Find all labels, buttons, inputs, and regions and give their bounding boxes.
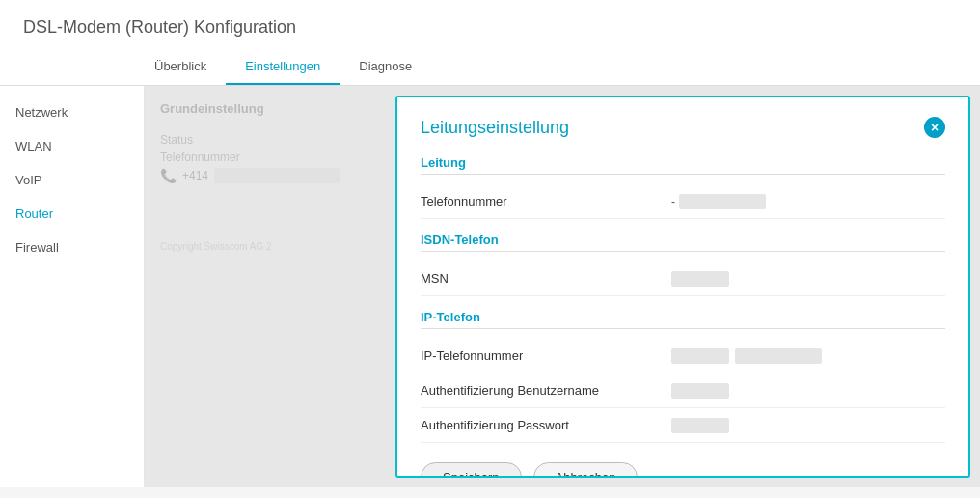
value-telefonnummer: - [671, 194, 945, 209]
section-heading-leitung: Leitung [421, 155, 945, 175]
sidebar-item-router[interactable]: Router [0, 197, 144, 231]
tab-diagnose[interactable]: Diagnose [340, 49, 431, 85]
form-row-ip-telefonnummer: IP-Telefonnummer [421, 339, 945, 374]
tab-bar: Überblick Einstellungen Diagnose [0, 49, 980, 86]
ip-telefonnummer-redacted-1 [671, 348, 729, 364]
modal-header: Leitungseinstellung × [421, 117, 945, 138]
sidebar-item-firewall[interactable]: Firewall [0, 231, 144, 264]
form-row-msn: MSN [421, 262, 945, 296]
value-msn [671, 271, 945, 287]
modal-footer: Speichern Abbrechen [421, 462, 945, 478]
auth-benutzername-redacted [671, 383, 729, 399]
main-layout: Netzwerk WLAN VoIP Router Firewall Grund… [0, 86, 980, 487]
telefonnummer-redacted [679, 194, 766, 209]
sidebar-item-netzwerk[interactable]: Netzwerk [0, 96, 144, 129]
ip-telefonnummer-redacted-2 [735, 348, 822, 364]
form-row-auth-passwort: Authentifizierung Passwort [421, 408, 945, 443]
page-header: DSL-Modem (Router) Konfiguration [0, 0, 980, 49]
form-row-telefonnummer: Telefonnummer - [421, 184, 945, 219]
section-heading-ip-telefon: IP-Telefon [421, 310, 945, 329]
auth-benutzername-redacted-group [671, 383, 729, 399]
label-auth-benutzername: Authentifizierung Benutzername [421, 383, 671, 398]
section-heading-isdn: ISDN-Telefon [421, 233, 945, 252]
ip-telefonnummer-redacted-group [671, 348, 822, 364]
tab-uberblick[interactable]: Überblick [135, 49, 226, 85]
sidebar-item-wlan[interactable]: WLAN [0, 129, 144, 163]
page-title: DSL-Modem (Router) Konfiguration [23, 17, 957, 38]
label-ip-telefonnummer: IP-Telefonnummer [421, 348, 671, 363]
content-area: Grundeinstellung Status Telefonnummer 📞 … [145, 86, 980, 487]
sidebar-item-voip[interactable]: VoIP [0, 163, 144, 197]
save-button[interactable]: Speichern [421, 462, 522, 478]
label-telefonnummer: Telefonnummer [421, 194, 671, 208]
value-ip-telefonnummer [671, 348, 945, 364]
label-auth-passwort: Authentifizierung Passwort [421, 418, 671, 432]
modal-title: Leitungseinstellung [421, 118, 569, 138]
form-row-auth-benutzername: Authentifizierung Benutzername [421, 374, 945, 408]
msn-redacted [671, 271, 729, 287]
value-auth-benutzername [671, 383, 945, 399]
value-auth-passwort [671, 418, 945, 433]
auth-passwort-redacted [671, 418, 729, 433]
modal-leitungseinstellung: Leitungseinstellung × Leitung Telefonnum… [395, 96, 970, 478]
sidebar: Netzwerk WLAN VoIP Router Firewall [0, 86, 145, 487]
cancel-button[interactable]: Abbrechen [533, 462, 639, 478]
tab-einstellungen[interactable]: Einstellungen [226, 49, 340, 85]
auth-passwort-redacted-group [671, 418, 729, 433]
label-msn: MSN [421, 271, 671, 286]
modal-close-button[interactable]: × [924, 117, 945, 138]
